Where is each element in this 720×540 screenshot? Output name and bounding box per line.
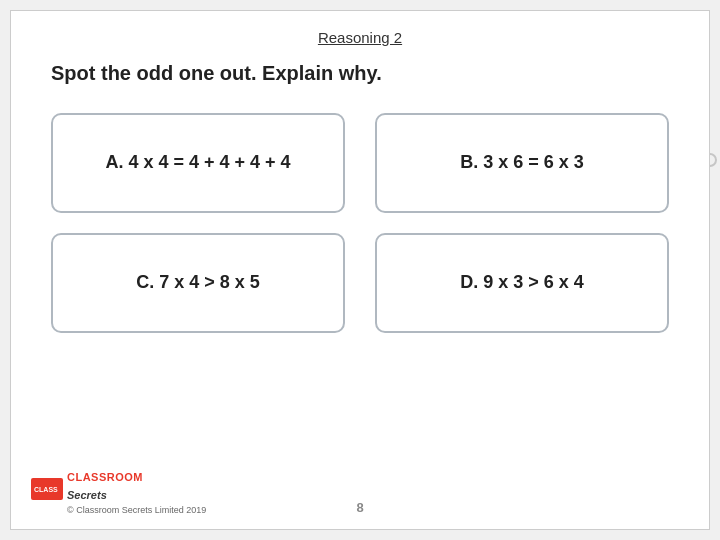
options-grid: A. 4 x 4 = 4 + 4 + 4 + 4 B. 3 x 6 = 6 x …: [41, 113, 679, 333]
footer: CLASS CLASSROOM Secrets © Classroom Secr…: [31, 467, 206, 515]
option-b-text: B. 3 x 6 = 6 x 3: [460, 150, 584, 175]
option-c-text: C. 7 x 4 > 8 x 5: [136, 270, 260, 295]
logo-secrets-text: Secrets: [67, 489, 107, 501]
option-b[interactable]: B. 3 x 6 = 6 x 3: [375, 113, 669, 213]
option-a[interactable]: A. 4 x 4 = 4 + 4 + 4 + 4: [51, 113, 345, 213]
page-number: 8: [356, 500, 363, 515]
page-title: Reasoning 2: [41, 29, 679, 46]
option-d-text: D. 9 x 3 > 6 x 4: [460, 270, 584, 295]
classroom-secrets-logo: CLASS CLASSROOM Secrets © Classroom Secr…: [31, 467, 206, 515]
option-a-text: A. 4 x 4 = 4 + 4 + 4 + 4: [105, 150, 290, 175]
svg-text:CLASS: CLASS: [34, 486, 58, 493]
option-c[interactable]: C. 7 x 4 > 8 x 5: [51, 233, 345, 333]
main-card: Reasoning 2 Spot the odd one out. Explai…: [10, 10, 710, 530]
logo-classroom-text: CLASSROOM: [67, 471, 143, 483]
copyright-text: © Classroom Secrets Limited 2019: [67, 505, 206, 515]
subtitle: Spot the odd one out. Explain why.: [41, 62, 679, 85]
option-d[interactable]: D. 9 x 3 > 6 x 4: [375, 233, 669, 333]
logo-icon: CLASS: [31, 478, 63, 504]
logo-text: CLASSROOM Secrets © Classroom Secrets Li…: [67, 467, 206, 515]
